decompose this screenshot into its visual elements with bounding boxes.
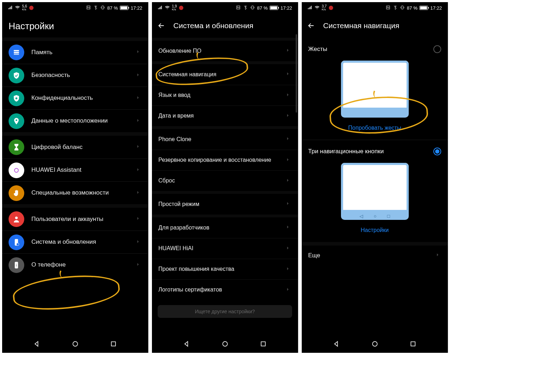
settings-row[interactable]: Phone Clone [152,129,298,150]
row-label: Логотипы сертификатов [158,286,286,294]
nav-recent-icon[interactable] [260,340,267,349]
page-title: Настройки [2,14,148,37]
battery-percent: 87 % [407,5,418,11]
preview-home-icon: ○ [374,213,377,219]
chevron-right-icon [136,262,143,269]
settings-row[interactable]: iО телефоне [2,253,148,276]
page-header: Системная навигация [302,14,448,38]
wifi-icon [15,5,20,11]
settings-row[interactable]: Специальные возможности [2,181,148,204]
settings-row[interactable]: Дата и время [152,105,298,126]
more-label: Еще [308,252,435,259]
nfc-icon [386,5,391,11]
page-header: Система и обновления [152,14,298,38]
gestures-preview [341,61,409,118]
chevron-right-icon [286,136,293,143]
nav-home-icon[interactable] [72,340,79,349]
settings-row[interactable]: Логотипы сертификатов [152,279,298,300]
svg-point-10 [16,243,19,245]
settings-row[interactable]: Системная навигация [152,64,298,85]
svg-point-19 [372,341,377,346]
network-speed: 5,6K/s [22,5,27,11]
nav-back-icon[interactable] [33,340,40,349]
settings-row[interactable]: Сброс [152,170,298,191]
row-label: Безопасность [31,71,136,79]
clock: 17:22 [280,5,292,11]
search-other-settings[interactable]: Ищете другие настройки? [158,305,292,318]
nav-recent-icon[interactable] [110,340,117,349]
assistant-icon [9,163,24,178]
network-speed: 3,7K/s [322,5,327,11]
record-indicator-icon [29,6,34,10]
chevron-right-icon [286,177,293,185]
three-buttons-preview: ◁ ○ □ [341,163,409,220]
android-nav-bar [152,336,298,353]
settings-row[interactable]: Система и обновления [2,231,148,253]
android-nav-bar [302,336,448,353]
chevron-right-icon [136,72,143,79]
row-label: Сброс [158,177,286,185]
settings-row[interactable]: Цифровой баланс [2,136,148,159]
settings-row[interactable]: Обновление ПО [152,41,298,61]
nav-back-icon[interactable] [183,340,190,349]
nav-recent-icon[interactable] [409,340,417,349]
chevron-right-icon [136,239,143,246]
bluetooth-icon [393,5,398,11]
status-bar: 5,6K/s 87 % 17:22 [2,2,148,14]
radio-gestures[interactable] [433,45,441,53]
settings-row[interactable]: Язык и ввод [152,85,298,105]
settings-row[interactable]: Для разработчиков [152,217,298,238]
settings-row[interactable]: Пользователи и аккаунты [2,208,148,231]
nav-home-icon[interactable] [371,340,378,349]
settings-row[interactable]: Конфиденциальность [2,87,148,109]
page-title: Система и обновления [173,21,253,30]
row-label: Цифровой баланс [31,143,136,151]
settings-row[interactable]: HUAWEI HiAI [152,238,298,259]
android-nav-bar [2,336,148,353]
phone-settings-root: 5,6K/s 87 % 17:22 Настройки ПамятьБезопа… [2,2,148,353]
pin-icon [9,113,24,129]
row-label: Система и обновления [31,238,136,246]
option-three-buttons[interactable]: Три навигационные кнопки ◁ ○ □ Настройки [302,140,448,242]
storage-icon [9,45,24,60]
chevron-right-icon [136,95,143,102]
phone-system-updates: 1,9K/s 87 % 17:22 Система и обновления О… [152,2,298,353]
settings-row[interactable]: Данные о местоположении [2,109,148,132]
radio-three-buttons[interactable] [433,148,441,155]
vibrate-icon [250,5,255,11]
settings-row[interactable]: HUAWEI Assistant [2,159,148,181]
row-label: Phone Clone [158,136,286,143]
bluetooth-icon [243,5,248,11]
chevron-right-icon [136,144,143,151]
row-label: Специальные возможности [31,189,136,197]
row-label: О телефоне [31,261,136,269]
nav-home-icon[interactable] [221,340,229,349]
row-more[interactable]: Еще [302,246,448,265]
settings-row[interactable]: Проект повышения качества [152,259,298,279]
battery-icon [120,6,128,10]
row-label: Дата и время [158,112,286,120]
chevron-right-icon [286,287,293,294]
battery-percent: 87 % [257,5,268,11]
user-icon [9,211,24,227]
row-label: Язык и ввод [158,92,286,99]
settings-row[interactable]: Память [2,41,148,64]
svg-rect-17 [261,342,265,346]
three-buttons-settings-link[interactable]: Настройки [308,221,441,240]
svg-rect-3 [14,54,19,55]
battery-icon [419,6,428,10]
bluetooth-icon [93,5,98,11]
settings-row[interactable]: Простой режим [152,194,298,215]
signal-icon [8,5,13,11]
chevron-right-icon [286,71,293,78]
back-button[interactable] [304,19,318,33]
try-gestures-link[interactable]: Попробовать жесты [308,119,441,138]
clock: 17:22 [131,5,142,11]
back-button[interactable] [154,19,168,33]
settings-row[interactable]: Резервное копирование и восстановление [152,150,298,170]
nav-back-icon[interactable] [333,340,340,349]
option-gestures[interactable]: Жесты Попробовать жесты [302,38,448,140]
page-title: Системная навигация [323,21,399,30]
settings-row[interactable]: Безопасность [2,64,148,87]
preview-recent-icon: □ [387,213,390,219]
